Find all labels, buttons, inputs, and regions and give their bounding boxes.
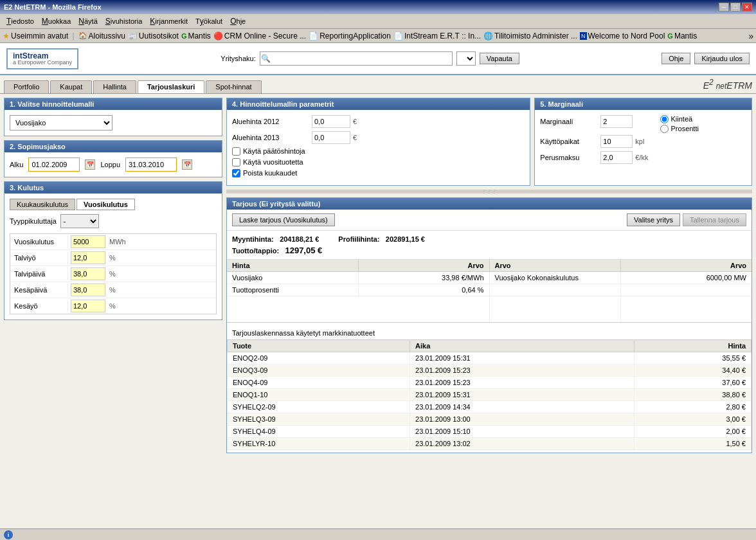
radio-kiintea-label: Kiinteä (671, 115, 693, 123)
tab-portfolio[interactable]: Portfolio (4, 80, 49, 93)
tab-kaupat[interactable]: Kaupat (50, 80, 92, 93)
market-cell-aika: 23.01.2009 13:00 (410, 413, 634, 425)
bookmarks-more[interactable]: » (748, 31, 753, 41)
marginaali-input[interactable] (600, 115, 633, 128)
menu-tiedosto[interactable]: Tiedosto (3, 15, 38, 27)
search-input[interactable] (272, 52, 452, 65)
window-controls[interactable]: ─ □ ✕ (719, 3, 752, 12)
vapauta-button[interactable]: Vapauta (480, 53, 519, 64)
kesapaiva-input[interactable] (71, 284, 105, 296)
market-cell-hinta: 2,80 € (634, 401, 751, 413)
laske-tarjous-button[interactable]: Laske tarjous (Vuosikulutus) (232, 213, 335, 226)
kayttopaikat-unit: kpl (635, 138, 644, 145)
checkbox-paatoshintoja-row: Käytä päätöshintoja (232, 147, 525, 156)
radio-kiintea[interactable] (660, 115, 669, 123)
bm-intstream[interactable]: 📄 IntStream E.R.T :: In... (393, 32, 481, 40)
result-empty-left (227, 296, 489, 322)
tab-vuosikulutus[interactable]: Vuosikulutus (76, 199, 135, 210)
ohje-button[interactable]: Ohje (662, 53, 690, 64)
checkbox-vuosituotetta-row: Käytä vuosituotetta (232, 158, 525, 166)
bm-mantis2[interactable]: G Mantis (667, 32, 697, 40)
myyntihinta-label: Myyntihinta: (232, 235, 274, 243)
checkbox-poista-kuukaudet[interactable] (232, 169, 240, 177)
menu-nayta[interactable]: Näytä (75, 15, 101, 27)
search-label: Yrityshaku: (221, 55, 255, 62)
bm-reporting[interactable]: 📄 ReportingApplication (309, 32, 391, 40)
main-content: 1. Valitse hinnoittelumalli Vuosijako 2.… (0, 94, 756, 540)
market-cell-aika: 23.01.2009 13:02 (410, 437, 634, 449)
tarjous-summary: Myyntihinta: 204188,21 € Profiilihinta: … (227, 231, 752, 260)
aluehinta2013-input[interactable] (312, 131, 350, 144)
market-row: SYHELQ3-09 23.01.2009 13:00 3,00 € (228, 413, 752, 425)
bm-uutisotsikot[interactable]: 📰 Uutisotsikot (128, 32, 179, 40)
th-arvo2: Arvo (489, 260, 620, 272)
market-th-hinta: Hinta (634, 339, 751, 352)
loppu-calendar-icon[interactable]: 📅 (182, 159, 192, 170)
checkbox-paatoshintoja[interactable] (232, 147, 240, 156)
kayttopaikat-row: Käyttöpaikat kpl (540, 135, 648, 148)
menu-ohje[interactable]: Ohje (226, 15, 249, 27)
market-row: SYHELQ2-09 23.01.2009 14:34 2,80 € (228, 401, 752, 413)
talvipaiva-input[interactable] (71, 267, 105, 280)
perusmaksu-input[interactable] (600, 151, 633, 164)
tyyppi-row: Tyyppikuluttaja - (10, 214, 217, 228)
kulutus-tabs: Kuukausikulutus Vuosikulutus (10, 199, 217, 210)
kayttopaikat-input[interactable] (600, 135, 633, 148)
tyyppi-select[interactable]: - (60, 214, 99, 228)
aluehinta2012-input[interactable] (312, 115, 350, 128)
bm-nordpool[interactable]: N Welcome to Nord Pool (580, 32, 665, 40)
market-cell-hinta: 2,00 € (634, 425, 751, 437)
hinnoittelumalli-select[interactable]: Vuosijako (10, 115, 113, 130)
tab-spot-hinnat[interactable]: Spot-hinnat (206, 80, 261, 93)
section-1-body: Vuosijako (4, 110, 222, 136)
maximize-button[interactable]: □ (730, 3, 741, 12)
menu-muokkaa[interactable]: Muokkaa (38, 15, 75, 27)
market-cell-hinta: 37,60 € (634, 376, 751, 388)
tab-hallinta[interactable]: Hallinta (93, 80, 136, 93)
alku-calendar-icon[interactable]: 📅 (85, 159, 95, 170)
loppu-input[interactable] (125, 158, 177, 172)
market-section: Tarjouslaskennassa käytetyt markkinatuot… (227, 327, 752, 453)
bm-aloitussivu[interactable]: 🏠 Aloitussivu (78, 32, 125, 40)
checkbox-vuosituotetta[interactable] (232, 158, 240, 166)
radio-prosentti-label: Prosentti (671, 125, 699, 132)
market-cell-tuote: SYHELQ2-09 (228, 401, 410, 413)
tab-kuukausikulutus[interactable]: Kuukausikulutus (10, 199, 75, 210)
bm-intstream-label: IntStream E.R.T :: In... (404, 32, 481, 40)
close-button[interactable]: ✕ (742, 3, 752, 12)
alku-input[interactable] (28, 158, 80, 172)
app-header: intStream a Europower Company Yrityshaku… (0, 43, 756, 75)
kesayo-input[interactable] (71, 300, 105, 312)
bm-useimmin[interactable]: ★ Useimmin avatut (3, 32, 68, 40)
search-dropdown[interactable] (456, 51, 476, 66)
resize-handle[interactable]: ⋮⋮⋮ (226, 190, 752, 194)
market-cell-hinta: 35,55 € (634, 352, 751, 364)
menu-kirjanmerkit[interactable]: Kirjanmerkit (146, 15, 192, 27)
menu-tyokalut[interactable]: Työkalut (192, 15, 226, 27)
valitse-yritys-button[interactable]: Valitse yritys (627, 213, 680, 226)
talviyo-input[interactable] (71, 251, 105, 264)
bm-mantis1[interactable]: G Mantis (181, 32, 211, 40)
market-cell-aika: 23.01.2009 14:34 (410, 401, 634, 413)
kulutus-input-grid: Vuosikulutus MWh Talviyö % Talvipäivä % (10, 233, 217, 314)
tab-tarjouslaskuri[interactable]: Tarjouslaskuri (138, 80, 204, 93)
result-cell-tuottoprosentti-val: 0,64 % (358, 284, 489, 296)
vuosikulutus-input[interactable] (71, 235, 105, 248)
marginaali-label: Marginaali (540, 118, 598, 125)
menubar: Tiedosto Muokkaa Näytä Sivuhistoria Kirj… (0, 14, 756, 29)
radio-prosentti[interactable] (660, 125, 669, 133)
bm-tilitoimisto[interactable]: 🌐 Tilitoimisto Administer ... (483, 32, 577, 40)
tuottotappio-row: Tuotto/tappio: 1297,05 € (232, 246, 746, 255)
header-right: Ohje Kirjaudu ulos (662, 53, 750, 64)
kirjaudu-ulos-button[interactable]: Kirjaudu ulos (694, 53, 750, 64)
menu-sivuhistoria[interactable]: Sivuhistoria (102, 15, 147, 27)
nav-tabs: Portfolio Kaupat Hallinta Tarjouslaskuri… (0, 75, 756, 94)
market-cell-aika: 23.01.2009 15:10 (410, 425, 634, 437)
tarjous-right-buttons: Valitse yritys Tallenna tarjous (627, 213, 746, 226)
market-th-aika: Aika (410, 339, 634, 352)
tyyppi-label: Tyyppikuluttaja (10, 217, 57, 225)
bm-crm[interactable]: 🔴 CRM Online - Secure ... (213, 32, 306, 40)
tallenna-tarjous-button[interactable]: Tallenna tarjous (683, 213, 746, 226)
section-5-box: 5. Marginaali Marginaali Käyttöpaikat (534, 98, 752, 186)
minimize-button[interactable]: ─ (719, 3, 729, 12)
